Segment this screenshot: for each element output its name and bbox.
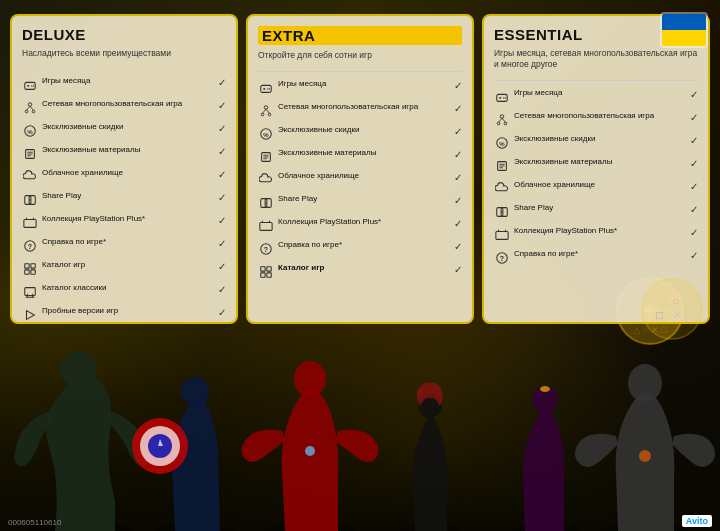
feature-label: Справка по игре* xyxy=(42,237,214,247)
materials-icon xyxy=(494,158,510,174)
svg-point-98 xyxy=(305,446,315,456)
help-icon: ? xyxy=(258,241,274,257)
feature-label: Сетевая многопользовательская игра xyxy=(42,99,214,109)
deluxe-subtitle: Насладитесь всеми преимуществами xyxy=(22,48,226,59)
card-deluxe: DELUXE Насладитесь всеми преимуществами … xyxy=(10,14,238,324)
ps-collection-icon xyxy=(258,218,274,234)
svg-point-106 xyxy=(639,450,651,462)
svg-rect-29 xyxy=(25,270,29,274)
svg-rect-30 xyxy=(31,270,35,274)
svg-point-89 xyxy=(60,351,96,387)
svg-point-40 xyxy=(269,88,270,89)
feature-label: Коллекция PlayStation Plus* xyxy=(514,226,686,236)
share-icon xyxy=(22,192,38,208)
svg-text:%: % xyxy=(263,131,269,138)
list-item: Сетевая многопользовательская игра ✓ xyxy=(22,98,226,117)
trials-icon xyxy=(22,307,38,323)
check-icon: ✓ xyxy=(690,250,698,261)
feature-label: Игры месяца xyxy=(514,88,686,98)
list-item: Игры месяца ✓ xyxy=(258,78,462,97)
classics-icon xyxy=(22,284,38,300)
check-icon: ✓ xyxy=(218,215,226,226)
svg-text:✕: ✕ xyxy=(672,308,682,322)
card-extra: EXTRA Откройте для себя сотни игр Игры м… xyxy=(246,14,474,324)
svg-text:□: □ xyxy=(656,308,663,322)
svg-point-97 xyxy=(294,361,326,397)
svg-text:?: ? xyxy=(500,255,504,262)
list-item: ? Справка по игре* ✓ xyxy=(494,248,698,267)
svg-point-105 xyxy=(628,364,662,402)
feature-label: Каталог классики xyxy=(42,283,214,293)
svg-rect-31 xyxy=(25,288,36,296)
check-icon: ✓ xyxy=(218,123,226,134)
svg-point-67 xyxy=(503,97,504,98)
svg-text:△: △ xyxy=(660,294,670,308)
ps-collection-icon xyxy=(22,215,38,231)
svg-point-42 xyxy=(261,113,264,116)
list-item: Коллекция PlayStation Plus* ✓ xyxy=(22,213,226,232)
svg-point-69 xyxy=(500,115,504,119)
share-icon xyxy=(494,204,510,220)
extra-title: EXTRA xyxy=(258,26,462,45)
check-icon: ✓ xyxy=(454,218,462,229)
check-icon: ✓ xyxy=(218,77,226,88)
feature-label: Share Play xyxy=(42,191,214,201)
feature-label: Игры месяца xyxy=(42,76,214,86)
svg-line-72 xyxy=(499,118,503,122)
feature-label: Эксклюзивные материалы xyxy=(42,145,214,155)
svg-line-44 xyxy=(263,109,267,113)
feature-label: Share Play xyxy=(278,194,450,204)
list-item: Share Play ✓ xyxy=(258,193,462,212)
check-icon: ✓ xyxy=(218,307,226,318)
avito-badge: Avito xyxy=(682,515,712,527)
feature-label: Облачное хранилище xyxy=(514,180,686,190)
deluxe-title: DELUXE xyxy=(22,26,226,43)
svg-point-68 xyxy=(505,97,506,98)
list-item: Игры месяца ✓ xyxy=(22,75,226,94)
check-icon: ✓ xyxy=(454,241,462,252)
list-item: Коллекция PlayStation Plus* ✓ xyxy=(494,225,698,244)
svg-rect-63 xyxy=(267,273,271,277)
list-item: Каталог игр ✓ xyxy=(22,259,226,278)
svg-rect-55 xyxy=(260,223,272,231)
characters-illustration xyxy=(0,301,720,531)
feature-label: Эксклюзивные скидки xyxy=(42,122,214,132)
svg-text:?: ? xyxy=(28,243,32,250)
check-icon: ✓ xyxy=(454,264,462,275)
svg-line-73 xyxy=(502,118,506,122)
ps-symbols-decoration: △ ○ □ ✕ xyxy=(640,277,705,346)
catalog-icon xyxy=(22,261,38,277)
svg-point-8 xyxy=(28,103,32,107)
feature-label: Эксклюзивные скидки xyxy=(514,134,686,144)
feature-label: Справка по игре* xyxy=(514,249,686,259)
svg-point-6 xyxy=(31,85,32,86)
network-icon xyxy=(494,112,510,128)
feature-label: Пробные версии игр xyxy=(42,306,214,316)
list-item: Облачное хранилище ✓ xyxy=(258,170,462,189)
svg-rect-22 xyxy=(24,220,36,228)
ps-collection-icon xyxy=(494,227,510,243)
svg-rect-83 xyxy=(496,232,508,240)
feature-label: Каталог игр xyxy=(42,260,214,270)
check-icon: ✓ xyxy=(454,80,462,91)
feature-label: Эксклюзивные скидки xyxy=(278,125,450,135)
watermark: 000605110610 xyxy=(8,518,61,527)
svg-point-70 xyxy=(497,122,500,125)
check-icon: ✓ xyxy=(454,126,462,137)
list-item: % Эксклюзивные скидки ✓ xyxy=(494,133,698,152)
svg-text:○: ○ xyxy=(672,294,679,308)
svg-line-45 xyxy=(266,109,270,113)
check-icon: ✓ xyxy=(690,227,698,238)
svg-line-12 xyxy=(30,106,34,110)
discount-icon: % xyxy=(258,126,274,142)
help-icon: ? xyxy=(22,238,38,254)
list-item: % Эксклюзивные скидки ✓ xyxy=(258,124,462,143)
list-item: Каталог классики ✓ xyxy=(22,282,226,301)
essential-divider xyxy=(494,80,698,81)
svg-text:?: ? xyxy=(264,246,268,253)
check-icon: ✓ xyxy=(218,192,226,203)
list-item: Облачное хранилище ✓ xyxy=(494,179,698,198)
help-icon: ? xyxy=(494,250,510,266)
svg-point-9 xyxy=(25,110,28,113)
svg-point-43 xyxy=(268,113,271,116)
